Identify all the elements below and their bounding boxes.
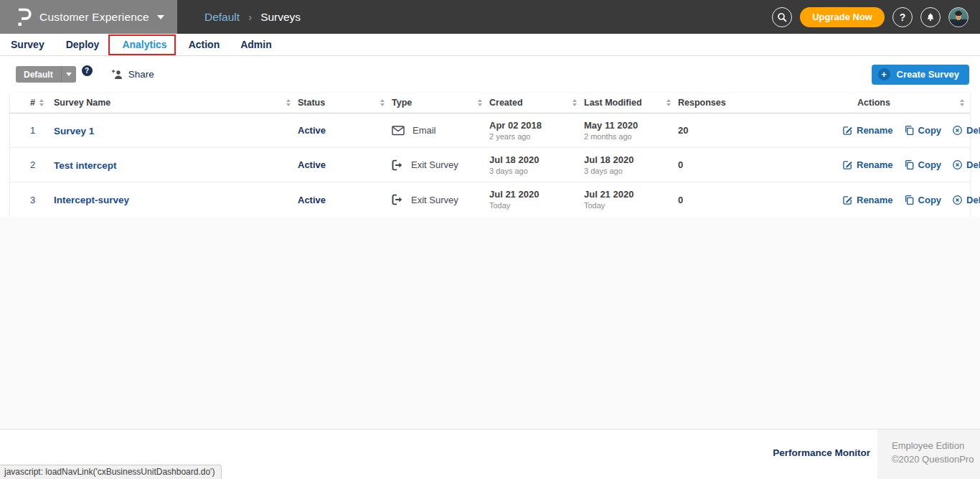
breadcrumb-separator: › <box>248 11 252 23</box>
performance-monitor-link[interactable]: Performance Monitor <box>773 447 870 460</box>
rename-label: Rename <box>857 159 893 170</box>
actions-cell: Rename Copy Delete <box>842 125 980 136</box>
surveys-toolbar: Default ? Share + Create Survey <box>0 56 980 93</box>
help-button[interactable]: ? <box>892 7 913 27</box>
header-survey-name[interactable]: Survey Name <box>54 98 298 108</box>
user-avatar[interactable] <box>948 7 969 27</box>
created-ago: 3 days ago <box>489 166 584 176</box>
tab-deploy[interactable]: Deploy <box>66 39 100 50</box>
sort-icon[interactable] <box>573 99 577 106</box>
edition-box: Employee Edition ©2020 QuestionPro <box>877 429 980 479</box>
content-background <box>0 217 980 429</box>
survey-name-link[interactable]: Survey 1 <box>54 126 94 136</box>
analytics-annotation-box: Analytics <box>108 34 175 55</box>
rename-button[interactable]: Rename <box>842 125 893 136</box>
header-number[interactable]: # <box>30 98 54 108</box>
row-number: 1 <box>30 125 54 136</box>
copy-label: Copy <box>918 159 942 170</box>
create-survey-label: Create Survey <box>897 69 959 80</box>
notifications-button[interactable] <box>920 7 941 27</box>
copy-button[interactable]: Copy <box>904 195 942 205</box>
search-button[interactable] <box>772 7 792 27</box>
header-responses[interactable]: Responses <box>678 98 842 108</box>
modified-ago: 2 months ago <box>584 131 678 141</box>
copy-button[interactable]: Copy <box>904 159 942 170</box>
tab-admin[interactable]: Admin <box>240 39 272 50</box>
table-header-row: # Survey Name Status Type Created Last M… <box>10 93 970 113</box>
table-body: 1 Survey 1 Active Email Apr 02 2018 2 ye… <box>10 113 970 217</box>
browser-status-bar: javascript: loadNavLink('cxBusinessUnitD… <box>0 465 222 479</box>
exit-survey-icon <box>392 159 403 171</box>
tab-action[interactable]: Action <box>189 39 220 50</box>
table-row: 3 Intercept-survey Active Exit Survey Ju… <box>10 182 970 217</box>
email-icon <box>392 125 405 136</box>
header-created[interactable]: Created <box>489 98 584 108</box>
copy-button[interactable]: Copy <box>904 125 942 136</box>
delete-label: Delete <box>966 159 980 170</box>
modified-ago: 3 days ago <box>584 166 678 176</box>
actions-cell: Rename Copy Delete <box>842 159 980 170</box>
navbar-actions: Upgrade Now ? <box>772 0 980 34</box>
question-mark-icon: ? <box>900 11 906 23</box>
type-label: Exit Survey <box>411 159 458 170</box>
created-cell: Jul 21 2020 Today <box>489 189 584 210</box>
header-status[interactable]: Status <box>298 98 392 108</box>
modified-cell: Jul 18 2020 3 days ago <box>584 154 678 176</box>
sort-icon[interactable] <box>960 99 964 106</box>
sort-icon[interactable] <box>286 99 291 106</box>
breadcrumb-current: Surveys <box>260 11 301 24</box>
sort-icon[interactable] <box>39 99 44 106</box>
delete-label: Delete <box>966 125 980 136</box>
modified-date: May 11 2020 <box>584 120 678 131</box>
share-label: Share <box>128 69 154 80</box>
folder-help-icon[interactable]: ? <box>82 65 93 76</box>
folder-select-label[interactable]: Default <box>16 66 61 83</box>
create-survey-button[interactable]: + Create Survey <box>872 65 969 85</box>
header-actions[interactable]: Actions <box>842 98 970 108</box>
type-label: Exit Survey <box>411 195 458 205</box>
header-type[interactable]: Type <box>392 98 489 108</box>
delete-label: Delete <box>966 195 980 205</box>
edition-label: Employee Edition <box>892 439 974 452</box>
created-date: Apr 02 2018 <box>489 120 584 131</box>
delete-button[interactable]: Delete <box>952 159 980 170</box>
delete-button[interactable]: Delete <box>952 125 980 136</box>
table-row: 1 Survey 1 Active Email Apr 02 2018 2 ye… <box>10 113 970 148</box>
product-label: Customer Experience <box>39 11 149 24</box>
created-ago: 2 years ago <box>489 131 584 141</box>
folder-dropdown-button[interactable] <box>61 66 76 83</box>
created-cell: Apr 02 2018 2 years ago <box>489 120 584 141</box>
rename-label: Rename <box>857 125 893 136</box>
breadcrumb-parent-link[interactable]: Default <box>204 11 240 24</box>
edit-icon <box>842 159 853 170</box>
copyright-label: ©2020 QuestionPro <box>892 452 974 466</box>
delete-button[interactable]: Delete <box>952 195 980 205</box>
copy-icon <box>904 125 915 136</box>
edit-icon <box>842 125 853 136</box>
sort-icon[interactable] <box>666 99 671 106</box>
header-last-modified[interactable]: Last Modified <box>584 98 678 108</box>
main-tab-bar: Survey Deploy Analytics Action Admin <box>0 34 980 56</box>
plus-icon: + <box>878 68 890 80</box>
upgrade-now-button[interactable]: Upgrade Now <box>800 7 885 27</box>
share-button[interactable]: Share <box>111 69 154 80</box>
folder-select-button[interactable]: Default <box>16 66 76 83</box>
actions-cell: Rename Copy Delete <box>842 195 980 205</box>
exit-survey-icon <box>392 194 403 205</box>
modified-date: Jul 18 2020 <box>584 154 678 166</box>
tab-survey[interactable]: Survey <box>11 39 44 50</box>
created-ago: Today <box>489 200 584 210</box>
rename-button[interactable]: Rename <box>842 159 893 170</box>
survey-name-link[interactable]: Intercept-survey <box>54 195 129 205</box>
sort-icon[interactable] <box>380 99 385 106</box>
tab-analytics[interactable]: Analytics <box>122 39 166 50</box>
questionpro-logo-icon <box>14 6 33 29</box>
row-number: 2 <box>30 159 54 170</box>
sort-icon[interactable] <box>478 99 482 106</box>
rename-label: Rename <box>857 195 893 205</box>
copy-icon <box>904 159 915 170</box>
rename-button[interactable]: Rename <box>842 195 893 205</box>
product-switcher[interactable]: Customer Experience <box>0 0 177 34</box>
survey-name-link[interactable]: Test intercept <box>54 160 117 171</box>
copy-label: Copy <box>918 195 942 205</box>
